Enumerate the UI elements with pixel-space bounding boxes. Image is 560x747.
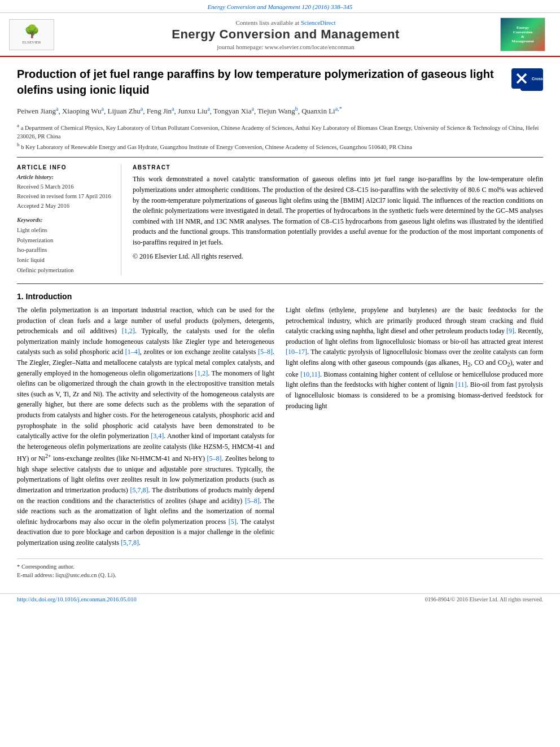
article-info-col: ARTICLE INFO Article history: Received 5… (17, 164, 121, 276)
intro-left-col: The olefin polymerization is an importan… (17, 305, 274, 553)
ref-1-4[interactable]: [1–4] (125, 348, 140, 356)
issn-text: 0196-8904/© 2016 Elsevier Ltd. All right… (425, 596, 543, 602)
article-history-label: Article history: (17, 174, 114, 180)
article-info-abstract: ARTICLE INFO Article history: Received 5… (17, 157, 543, 276)
section-1-label: 1. Introduction (17, 292, 72, 301)
sciencedirect-link[interactable]: ScienceDirect (301, 19, 336, 26)
abstract-heading: ABSTRACT (133, 164, 543, 171)
ref-578b[interactable]: [5,7,8] (121, 539, 139, 547)
keyword-1: Light olefins (17, 225, 114, 235)
article-main-title-text: Production of jet fuel range paraffins b… (17, 66, 520, 98)
crossmark-badge[interactable]: CrossMark (520, 68, 543, 91)
revised-date: Received in revised form 17 April 2016 (17, 192, 114, 202)
intro-left-para: The olefin polymerization is an importan… (17, 305, 274, 548)
keyword-2: Polymerization (17, 235, 114, 246)
corresponding-author-note: * Corresponding author. (17, 562, 543, 571)
abstract-text-span: This work demonstrated a novel catalytic… (133, 175, 543, 246)
journal-ref-text: Energy Conversion and Management 120 (20… (208, 3, 353, 10)
ref-1-2b[interactable]: [1,2] (195, 369, 208, 377)
ref-578a[interactable]: [5,7,8] (130, 486, 148, 494)
ref-11[interactable]: [11] (456, 381, 467, 388)
ref-1-2[interactable]: [1,2] (122, 327, 135, 335)
journal-main-title: Energy Conversion and Management (71, 27, 500, 42)
ref-5-8b[interactable]: [5–8] (207, 455, 221, 462)
sciencedirect-line: Contents lists available at ScienceDirec… (71, 19, 500, 26)
article-info-heading: ARTICLE INFO (17, 164, 114, 171)
elsevier-logo-text: ELSEVIER (22, 40, 41, 45)
journal-reference-bar: Energy Conversion and Management 120 (20… (0, 0, 560, 13)
copyright-text: © 2016 Elsevier Ltd. All rights reserved… (133, 251, 543, 262)
footnotes: * Corresponding author. E-mail address: … (17, 558, 543, 580)
introduction-body: The olefin polymerization is an importan… (17, 305, 543, 553)
intro-right-col: Light olefins (ethylene, propylene and b… (286, 305, 543, 553)
journal-homepage-text: journal homepage: www.elsevier.com/locat… (71, 43, 500, 50)
received-date: Received 5 March 2016 (17, 182, 114, 192)
ref-10-17[interactable]: [10–17] (286, 348, 307, 356)
abstract-col: ABSTRACT This work demonstrated a novel … (133, 164, 543, 276)
ref-5c[interactable]: [5] (229, 518, 237, 526)
elsevier-logo-area: 🌳 ELSEVIER (9, 19, 71, 50)
tree-icon: 🌳 (24, 24, 40, 39)
ref-3-4[interactable]: [3,4] (151, 432, 164, 440)
journal-cover-label: EnergyConversion&Management (509, 23, 536, 46)
abstract-body: This work demonstrated a novel catalytic… (133, 174, 543, 261)
keywords-label: Keywords: (17, 217, 114, 223)
crossmark-icon: CrossMark (520, 68, 543, 91)
keyword-3: Iso-paraffins (17, 245, 114, 255)
article-content: Production of jet fuel range paraffins b… (0, 57, 560, 589)
elsevier-tree-logo: 🌳 ELSEVIER (9, 19, 54, 50)
ref-10-11a[interactable]: [10,11] (300, 370, 320, 378)
ref-5-8c[interactable]: [5–8] (245, 497, 260, 505)
journal-thumbnail-area: EnergyConversion&Management (500, 18, 551, 51)
journal-title-area: Contents lists available at ScienceDirec… (71, 19, 500, 50)
section-divider (17, 283, 543, 284)
doi-link[interactable]: http://dx.doi.org/10.1016/j.enconman.201… (17, 596, 137, 602)
journal-cover-thumbnail: EnergyConversion&Management (500, 18, 545, 51)
affiliations: a a Department of Chemical Physics, Key … (17, 122, 543, 151)
ref-9[interactable]: [9] (506, 327, 514, 335)
keyword-4: Ionic liquid (17, 255, 114, 265)
authors-line: Peiwen Jianga, Xiaoping Wua, Lijuan Zhua… (17, 104, 543, 117)
accepted-date: Accepted 2 May 2016 (17, 202, 114, 211)
affiliation-b: b b Key Laboratory of Renewable Energy a… (17, 141, 543, 151)
keyword-5: Olefinic polymerization (17, 265, 114, 276)
ref-5-8a[interactable]: [5–8] (258, 348, 273, 356)
contents-list-text: Contents lists available at (235, 19, 299, 26)
journal-header: 🌳 ELSEVIER Contents lists available at S… (0, 13, 560, 57)
section-1-title-row: 1. Introduction (17, 292, 543, 302)
article-title-row: Production of jet fuel range paraffins b… (17, 66, 543, 98)
footer-bar: http://dx.doi.org/10.1016/j.enconman.201… (0, 593, 560, 605)
affiliation-a: a a Department of Chemical Physics, Key … (17, 122, 543, 141)
intro-right-para: Light olefins (ethylene, propylene and b… (286, 305, 543, 411)
email-note: E-mail address: liqx@ustc.edu.cn (Q. Li)… (17, 571, 543, 580)
